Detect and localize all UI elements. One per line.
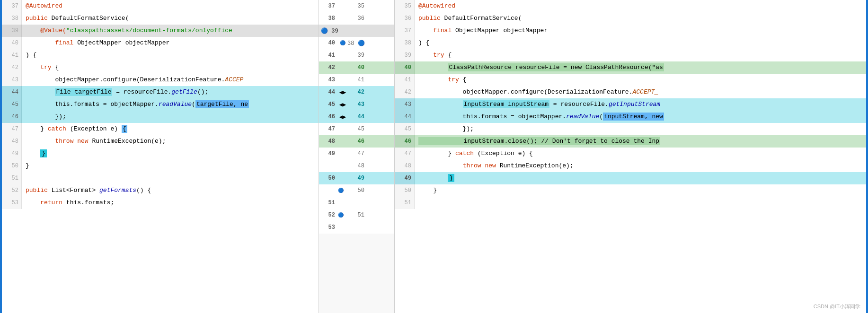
- line-num: 40: [395, 61, 415, 74]
- gutter-right-num: 39: [347, 52, 364, 59]
- gutter-line: 40 🔵 38 🔵: [319, 37, 394, 49]
- gutter-right-num: 43: [347, 101, 364, 108]
- line-content: objectMapper.configure(DeserializationFe…: [415, 86, 868, 98]
- left-line-44: 44 File targetFile = resourceFile.getFil…: [2, 86, 319, 98]
- right-line-43: 43 InputStream inputStream = resourceFil…: [395, 98, 868, 111]
- gutter-right-num: 40: [347, 64, 364, 71]
- right-line-38: 38 ) {: [395, 37, 868, 49]
- line-num: 39: [395, 49, 415, 61]
- gutter-icon: 🔵: [338, 212, 347, 218]
- gutter-line: 🔵 50: [319, 184, 394, 197]
- gutter-icon: 🔵: [338, 40, 347, 46]
- right-line-41: 41 try {: [395, 74, 868, 86]
- right-line-48: 48 throw new RuntimeException(e);: [395, 160, 868, 172]
- line-content: @Value("classpath:assets/document-format…: [22, 25, 319, 37]
- line-content: inputStream.close(); // Don't forget to …: [415, 135, 868, 148]
- gutter-right-num: 51: [347, 212, 364, 218]
- right-line-47: 47 } catch (Exception e) {: [395, 148, 868, 160]
- right-line-49: 49 }: [395, 172, 868, 184]
- left-line-39: 39 @Value("classpath:assets/document-for…: [2, 25, 319, 37]
- gutter-icon: ◀▶: [338, 89, 347, 96]
- gutter-left-num: 🔵 39: [321, 27, 341, 35]
- gutter-icon: ◀▶: [338, 113, 347, 121]
- line-num: 47: [395, 148, 415, 160]
- gutter-left-num: 50: [321, 175, 338, 182]
- gutter-line: 43 41: [319, 74, 394, 86]
- gutter-right-num: 35: [347, 3, 364, 9]
- gutter-line: 🔵 39: [319, 25, 394, 37]
- watermark: CSDN @IT小浑同学: [814, 303, 860, 310]
- gutter-line: 42 40: [319, 61, 394, 74]
- line-num: 41: [395, 74, 415, 86]
- right-line-39: 39 try {: [395, 49, 868, 61]
- gutter-line: 50 49: [319, 172, 394, 184]
- line-num: 49: [395, 172, 415, 184]
- right-line-36: 36 public DefaultFormatService(: [395, 12, 868, 25]
- line-content: [22, 172, 319, 184]
- left-line-38: 38 public DefaultFormatService(: [2, 12, 319, 25]
- gutter-right-num: 38 🔵: [347, 40, 365, 47]
- gutter-right-num: 36: [347, 15, 364, 22]
- line-content: final ObjectMapper objectMapper: [22, 37, 319, 49]
- line-content: this.formats = objectMapper.readValue(ta…: [22, 98, 319, 111]
- gutter-line: 41 39: [319, 49, 394, 61]
- line-num: 37: [2, 0, 22, 12]
- line-num: 45: [2, 98, 22, 111]
- line-content: final ObjectMapper objectMapper: [415, 25, 868, 37]
- line-num: 43: [395, 98, 415, 111]
- gutter-right-num: 44: [347, 113, 364, 120]
- line-num: 42: [2, 61, 22, 74]
- right-line-35: 35 @Autowired: [395, 0, 868, 12]
- left-line-48: 48 throw new RuntimeException(e);: [2, 135, 319, 148]
- line-content: public DefaultFormatService(: [415, 12, 868, 25]
- line-content: ) {: [415, 37, 868, 49]
- gutter-right-num: 42: [347, 89, 364, 96]
- line-num: 36: [395, 12, 415, 25]
- gutter-right-num: 41: [347, 77, 364, 83]
- left-line-53: 53 return this.formats;: [2, 197, 319, 209]
- line-content: }: [22, 148, 319, 160]
- gutter-right-num: 47: [347, 150, 364, 157]
- line-content: } catch (Exception e) {: [415, 148, 868, 160]
- line-content: });: [22, 111, 319, 123]
- line-num: 49: [2, 148, 22, 160]
- left-line-52: 52 public List<Format> getFormats() {: [2, 184, 319, 197]
- line-num: 48: [2, 135, 22, 148]
- gutter-line: 51: [319, 197, 394, 209]
- line-content: this.formats = objectMapper.readValue(in…: [415, 111, 868, 123]
- line-content: }: [415, 172, 868, 184]
- right-line-42: 42 objectMapper.configure(Deserializatio…: [395, 86, 868, 98]
- gutter-right-num: 45: [347, 126, 364, 132]
- line-content: throw new RuntimeException(e);: [415, 160, 868, 172]
- line-num: 41: [2, 49, 22, 61]
- right-line-51: 51: [395, 197, 868, 209]
- gutter-left-num: 40: [321, 40, 338, 46]
- left-line-37: 37 @Autowired: [2, 0, 319, 12]
- gutter-line: 52 🔵 51: [319, 209, 394, 221]
- gutter-left-num: 41: [321, 52, 338, 59]
- gutter-icon: 🔵: [338, 188, 347, 193]
- left-line-49: 49 }: [2, 148, 319, 160]
- gutter-right-num: 49: [347, 175, 364, 182]
- line-content: });: [415, 123, 868, 135]
- line-content: public List<Format> getFormats() {: [22, 184, 319, 197]
- gutter-icon: ◀▶: [338, 101, 347, 108]
- left-line-50: 50 }: [2, 160, 319, 172]
- line-num: 43: [2, 74, 22, 86]
- line-num: 47: [2, 123, 22, 135]
- line-content: public DefaultFormatService(: [22, 12, 319, 25]
- left-line-42: 42 try {: [2, 61, 319, 74]
- gutter-left-num: 45: [321, 101, 338, 108]
- gutter-left-num: 43: [321, 77, 338, 83]
- gutter-left-num: 53: [321, 224, 338, 231]
- line-num: 50: [2, 160, 22, 172]
- line-content: File targetFile = resourceFile.getFile()…: [22, 86, 319, 98]
- gutter-left-num: 48: [321, 138, 338, 145]
- gutter-line: 45 ◀▶ 43: [319, 98, 394, 111]
- line-num: 53: [2, 197, 22, 209]
- left-line-51: 51: [2, 172, 319, 184]
- line-num: 44: [2, 86, 22, 98]
- gutter-left-num: 38: [321, 15, 338, 22]
- gutter-line: 37 35: [319, 0, 394, 12]
- gutter-left-num: 51: [321, 200, 338, 206]
